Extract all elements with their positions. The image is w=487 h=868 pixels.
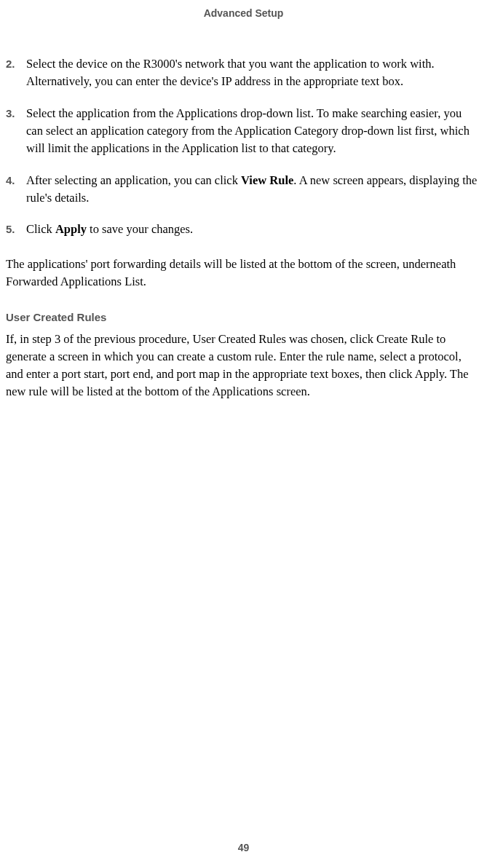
step-text-before: Click [26,222,55,236]
after-steps-paragraph: The applications' port forwarding detail… [6,256,480,291]
step-text: Click Apply to save your changes. [26,221,480,238]
step-number: 2. [6,55,26,90]
step-text-after: to save your changes. [87,222,193,236]
section-heading-user-created-rules: User Created Rules [6,311,480,323]
section-body-paragraph: If, in step 3 of the previous procedure,… [6,331,480,401]
step-text: Select the device on the R3000's network… [26,55,480,90]
bold-apply: Apply [55,222,87,236]
step-5: 5. Click Apply to save your changes. [6,221,480,238]
bold-view-rule: View Rule [241,173,293,187]
numbered-steps-list: 2. Select the device on the R3000's netw… [6,55,480,238]
step-text: Select the application from the Applicat… [26,105,480,157]
step-2: 2. Select the device on the R3000's netw… [6,55,480,90]
main-content: 2. Select the device on the R3000's netw… [0,55,487,401]
page-number: 49 [0,842,487,853]
step-4: 4. After selecting an application, you c… [6,172,480,207]
step-number: 5. [6,221,26,238]
step-text-before: After selecting an application, you can … [26,173,241,187]
step-number: 3. [6,105,26,157]
page-header: Advanced Setup [0,0,487,55]
step-3: 3. Select the application from the Appli… [6,105,480,157]
step-number: 4. [6,172,26,207]
step-text: After selecting an application, you can … [26,172,480,207]
